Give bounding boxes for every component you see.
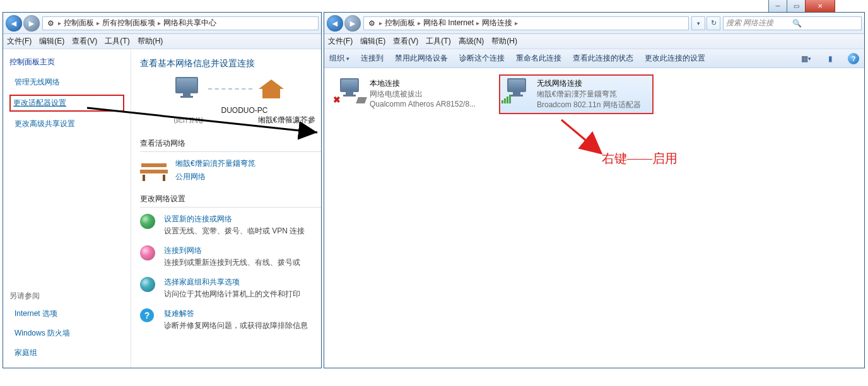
network-connections-window: ◄ ► ⚙ ▸ 控制面板 ▸ 网络和 Internet ▸ 网络连接 ▸ ▾ ↻… xyxy=(324,12,865,368)
seealso-firewall[interactable]: Windows 防火墙 xyxy=(9,326,124,341)
wifi-icon xyxy=(503,78,531,103)
seealso-internet-options[interactable]: Internet 选项 xyxy=(9,307,124,321)
active-network-name[interactable]: 缃戠€熸箣濆芥量鐂弯箆 xyxy=(175,159,255,168)
main-title: 查看基本网络信息并设置连接 xyxy=(140,58,321,69)
toolbar-organize[interactable]: 组织 ▾ xyxy=(329,53,349,64)
menu-file[interactable]: 文件(F) xyxy=(328,36,353,47)
connection-status: 网络电缆被拔出 xyxy=(370,89,476,100)
network-sharing-center-window: ◄ ► ⚙ ▸ 控制面板 ▸ 所有控制面板项 ▸ 网络和共享中心 文件(F) 编… xyxy=(3,12,322,368)
menu-edit[interactable]: 编辑(E) xyxy=(39,36,64,47)
forward-button[interactable]: ► xyxy=(344,15,361,32)
minimize-button[interactable]: ─ xyxy=(768,0,787,13)
network-icon xyxy=(259,79,284,98)
troubleshoot-link[interactable]: 疑难解答 xyxy=(164,308,308,319)
x-mark-icon: ✖ xyxy=(333,95,341,105)
pc-icon xyxy=(172,77,202,101)
back-button[interactable]: ◄ xyxy=(327,15,343,32)
connection-name: 本地连接 xyxy=(370,78,476,89)
troubleshoot-desc: 诊断并修复网络问题，或获得故障排除信息 xyxy=(164,320,308,331)
search-icon[interactable]: 🔍 xyxy=(792,19,859,28)
active-network-type[interactable]: 公用网络 xyxy=(175,172,255,182)
connect-icon xyxy=(140,245,158,263)
homegroup-desc: 访问位于其他网络计算机上的文件和打印 xyxy=(164,289,300,300)
pc-name: DUODUO-PC xyxy=(168,106,321,115)
main-panel: 查看基本网络信息并设置连接 DUODUO-PC (此计算机) 缃戠€熸箍濂芥參 … xyxy=(131,49,321,368)
back-button[interactable]: ◄ xyxy=(6,15,22,32)
menu-tools[interactable]: 工具(T) xyxy=(426,36,450,47)
network-map xyxy=(140,77,321,101)
forward-button[interactable]: ► xyxy=(23,15,40,32)
breadcrumb-bar[interactable]: ⚙ ▸ 控制面板 ▸ 所有控制面板项 ▸ 网络和共享中心 xyxy=(42,16,319,30)
breadcrumb-item[interactable]: 所有控制面板项 xyxy=(102,18,155,28)
sidebar-link-sharing[interactable]: 更改高级共享设置 xyxy=(9,117,124,131)
seealso-homegroup[interactable]: 家庭组 xyxy=(9,346,124,360)
help-icon[interactable]: ? xyxy=(848,53,859,64)
nav-bar: ◄ ► ⚙ ▸ 控制面板 ▸ 所有控制面板项 ▸ 网络和共享中心 xyxy=(3,13,321,34)
menu-view[interactable]: 查看(V) xyxy=(393,36,418,47)
toolbar-properties[interactable]: 更改此连接的设置 xyxy=(645,53,705,64)
toolbar-status[interactable]: 查看此连接的状态 xyxy=(573,53,633,64)
side-panel: 控制面板主页 管理无线网络 更改适配器设置 更改高级共享设置 另请参阅 Inte… xyxy=(3,49,131,368)
homegroup-link[interactable]: 选择家庭组和共享选项 xyxy=(164,277,300,288)
toolbar-disable[interactable]: 禁用此网络设备 xyxy=(395,53,448,64)
connect-network-desc: 连接到或重新连接到无线、有线、拨号或 xyxy=(164,257,300,268)
view-options-icon[interactable]: ▦ ▾ xyxy=(800,52,812,65)
close-button[interactable]: ✕ xyxy=(805,0,835,13)
menu-bar: 文件(F) 编辑(E) 查看(V) 工具(T) 帮助(H) xyxy=(3,34,321,49)
setup-new-connection-desc: 设置无线、宽带、拨号、临时或 VPN 连接 xyxy=(164,226,305,237)
menu-tools[interactable]: 工具(T) xyxy=(105,36,129,47)
nav-bar: ◄ ► ⚙ ▸ 控制面板 ▸ 网络和 Internet ▸ 网络连接 ▸ ▾ ↻… xyxy=(324,13,864,34)
new-connection-icon xyxy=(140,214,158,231)
connection-device: Qualcomm Atheros AR8152/8... xyxy=(370,100,476,108)
sidebar-home[interactable]: 控制面板主页 xyxy=(9,57,124,67)
homegroup-icon xyxy=(140,277,158,295)
change-settings-title: 更改网络设置 xyxy=(140,194,321,208)
search-input[interactable]: 搜索 网络连接 🔍 xyxy=(723,16,862,30)
toolbar-rename[interactable]: 重命名此连接 xyxy=(516,53,561,64)
breadcrumb-dropdown[interactable]: ▾ xyxy=(691,16,705,30)
search-placeholder: 搜索 网络连接 xyxy=(726,18,792,28)
net-name: 缃戠€熸箍濂芥參 xyxy=(258,115,315,124)
breadcrumb-item[interactable]: 网络连接 xyxy=(482,18,512,28)
bench-icon xyxy=(140,158,168,181)
menu-help[interactable]: 帮助(H) xyxy=(138,36,163,47)
active-networks-title: 查看活动网络 xyxy=(140,138,321,152)
breadcrumb-item[interactable]: 网络和共享中心 xyxy=(163,18,216,28)
menu-file[interactable]: 文件(F) xyxy=(7,36,32,47)
connections-area: ✖ 本地连接 网络电缆被拔出 Qualcomm Atheros AR8152/8… xyxy=(324,68,864,368)
menu-edit[interactable]: 编辑(E) xyxy=(360,36,385,47)
connection-local[interactable]: ✖ 本地连接 网络电缆被拔出 Qualcomm Atheros AR8152/8… xyxy=(332,74,486,114)
refresh-button[interactable]: ↻ xyxy=(707,16,720,30)
control-panel-icon: ⚙ xyxy=(45,18,56,28)
connection-status: 缃戠€熸箣濅芥量鐂弯箆 xyxy=(537,89,641,100)
maximize-button[interactable]: ▭ xyxy=(787,0,806,13)
connection-name: 无线网络连接 xyxy=(537,78,641,89)
setup-new-connection-link[interactable]: 设置新的连接或网络 xyxy=(164,214,305,225)
pc-sub: (此计算机) xyxy=(173,117,203,124)
ethernet-icon: ✖ xyxy=(336,78,363,103)
preview-pane-icon[interactable]: ▮ xyxy=(824,52,836,65)
breadcrumb-item[interactable]: 控制面板 xyxy=(64,18,94,28)
see-also-title: 另请参阅 xyxy=(9,284,124,301)
control-panel-icon: ⚙ xyxy=(367,18,377,28)
connection-wireless[interactable]: 无线网络连接 缃戠€熸箣濅芥量鐂弯箆 Broadcom 802.11n 网络适配… xyxy=(499,74,654,114)
menu-view[interactable]: 查看(V) xyxy=(72,36,97,47)
toolbar-connect[interactable]: 连接到 xyxy=(361,53,384,64)
breadcrumb-item[interactable]: 网络和 Internet xyxy=(423,18,474,28)
menu-help[interactable]: 帮助(H) xyxy=(491,36,517,47)
connect-network-link[interactable]: 连接到网络 xyxy=(164,245,300,256)
troubleshoot-icon: ? xyxy=(140,308,158,326)
sidebar-link-adapter-settings[interactable]: 更改适配器设置 xyxy=(9,95,124,112)
toolbar-diagnose[interactable]: 诊断这个连接 xyxy=(459,53,505,64)
connection-device: Broadcom 802.11n 网络适配器 xyxy=(537,100,641,110)
sidebar-link-wireless[interactable]: 管理无线网络 xyxy=(9,75,124,90)
menu-bar: 文件(F) 编辑(E) 查看(V) 工具(T) 高级(N) 帮助(H) xyxy=(324,34,864,49)
breadcrumb-item[interactable]: 控制面板 xyxy=(385,18,415,28)
menu-advanced[interactable]: 高级(N) xyxy=(459,36,484,47)
toolbar: 组织 ▾ 连接到 禁用此网络设备 诊断这个连接 重命名此连接 查看此连接的状态 … xyxy=(324,49,864,68)
breadcrumb-bar[interactable]: ⚙ ▸ 控制面板 ▸ 网络和 Internet ▸ 网络连接 ▸ xyxy=(363,16,689,30)
